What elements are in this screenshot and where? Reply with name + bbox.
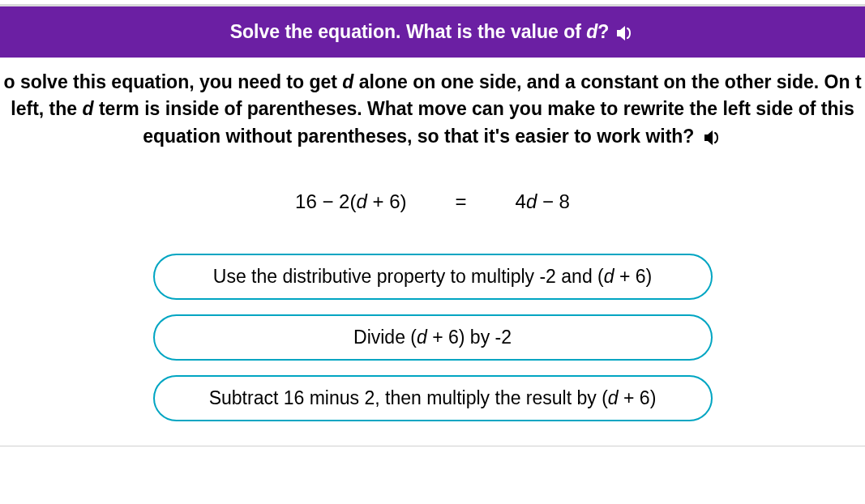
- choice-text: Subtract 16 minus 2, then multiply the r…: [209, 387, 608, 408]
- hint-prompt: o solve this equation, you need to get d…: [0, 58, 865, 158]
- choice-text: Use the distributive property to multipl…: [213, 266, 604, 287]
- equation-right: 4d − 8: [516, 190, 570, 213]
- choice-text: + 6): [619, 387, 657, 408]
- question-header: Solve the equation. What is the value of…: [0, 6, 865, 58]
- prompt-variable: d: [342, 71, 353, 92]
- bottom-divider: [0, 446, 865, 446]
- top-divider: [0, 0, 865, 6]
- question-variable: d: [586, 21, 597, 42]
- equation-text: + 6): [367, 190, 407, 212]
- question-prefix: Solve the equation. What is the value of: [230, 21, 587, 42]
- choice-1[interactable]: Use the distributive property to multipl…: [153, 254, 713, 300]
- prompt-text: alone on one side, and a constant on the…: [353, 71, 861, 92]
- audio-icon[interactable]: [617, 21, 635, 43]
- prompt-text: left, the: [11, 98, 82, 119]
- equation: 16 − 2(d + 6) = 4d − 8: [0, 158, 865, 254]
- choice-text: Divide (: [353, 327, 417, 348]
- question-suffix: ?: [597, 21, 609, 42]
- choice-variable: d: [417, 327, 427, 348]
- prompt-text: term is inside of parentheses. What move…: [94, 98, 854, 119]
- choice-2[interactable]: Divide (d + 6) by -2: [153, 314, 713, 361]
- choice-variable: d: [608, 387, 619, 408]
- equals-sign: =: [456, 190, 467, 213]
- equation-text: − 8: [537, 190, 570, 212]
- prompt-text: o solve this equation, you need to get: [3, 71, 342, 92]
- equation-left: 16 − 2(d + 6): [295, 190, 406, 213]
- equation-variable: d: [526, 190, 537, 212]
- choice-variable: d: [604, 266, 614, 287]
- prompt-text: equation without parentheses, so that it…: [143, 126, 694, 147]
- equation-text: 4: [516, 190, 526, 212]
- choice-text: + 6) by -2: [427, 327, 512, 348]
- answer-choices: Use the distributive property to multipl…: [0, 254, 865, 438]
- equation-variable: d: [356, 190, 366, 212]
- prompt-variable: d: [82, 98, 93, 119]
- choice-3[interactable]: Subtract 16 minus 2, then multiply the r…: [153, 375, 713, 421]
- question-text: Solve the equation. What is the value of…: [230, 21, 610, 43]
- choice-text: + 6): [614, 266, 653, 287]
- audio-icon[interactable]: [704, 123, 722, 150]
- equation-text: 16 − 2(: [295, 190, 356, 212]
